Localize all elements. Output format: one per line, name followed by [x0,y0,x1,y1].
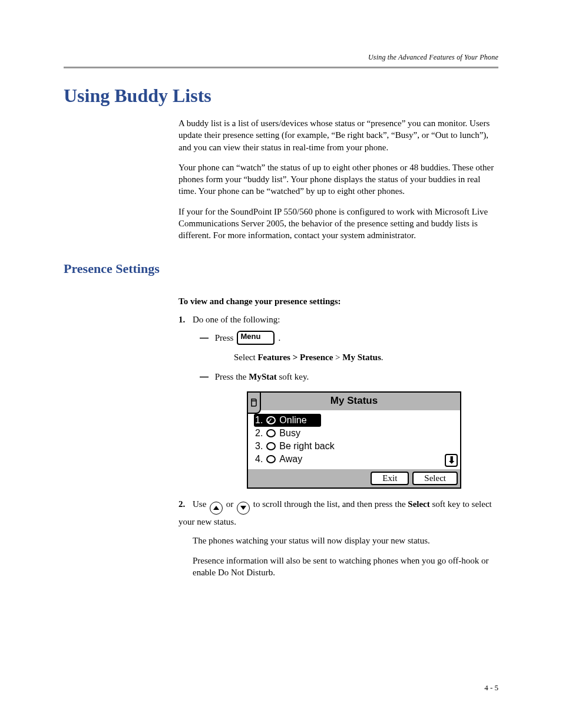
opt-b-prefix: Press the [215,372,249,381]
opt-a-select-path1: Features > Presence [257,353,333,362]
radio-icon [266,442,276,450]
opt-b-suffix: soft key. [277,372,309,381]
step-2-select-bold: Select [408,499,429,509]
phone-screen-title: My Status [248,393,460,410]
arrow-down-icon [237,502,250,515]
menu-key-icon: Menu [237,331,275,345]
opt-a-select-path2: My Status [342,353,381,362]
opt-b-bold: MyStat [249,372,277,381]
status-option-away: 4. Away [254,453,457,466]
opt-num: 1. [255,414,263,427]
page-number: 4 - 5 [484,683,498,693]
status-option-brb: 3. Be right back [254,440,457,453]
opt-num: 4. [255,453,263,466]
header-rule [64,67,498,68]
intro-para-2: Your phone can “watch” the status of up … [178,162,498,197]
softkey-select: Select [412,472,458,485]
heading-presence-settings: Presence Settings [64,261,498,276]
opt-label: Be right back [279,440,334,453]
option-a: — Press Menu . Select Features > Presenc… [200,331,498,364]
step-2-t1: Use [193,499,209,509]
phone-screen-title-text: My Status [330,395,378,406]
dash-marker-icon: — [200,370,213,384]
heading-buddy-lists: Using Buddy Lists [64,85,498,107]
radio-icon [266,455,276,463]
option-a-period: . [278,331,280,345]
status-option-busy: 2. Busy [254,427,457,440]
phone-softkey-row: Exit Select [248,469,460,487]
option-b: — Press the MyStat soft key. [200,370,498,384]
step-2-para-2: The phones watching your status will now… [193,535,498,546]
opt-label: Online [279,414,306,427]
step-2-marker: 2. [178,497,193,511]
option-a-select-line: Select Features > Presence > My Status. [234,351,498,364]
intro-para-3: If your for the SoundPoint IP 550/560 ph… [178,206,498,242]
softkey-exit: Exit [371,472,409,485]
status-option-online: 1. Online [254,414,321,427]
opt-a-select-prefix: Select [234,353,257,362]
radio-checked-icon [266,416,276,424]
step-1-text: Do one of the following: [193,315,280,324]
opt-num: 3. [255,440,263,453]
option-a-press: Press [215,331,234,345]
step-1: 1.Do one of the following: [178,315,498,325]
step-2: 2.Use or to scroll through the list, and… [178,497,498,529]
radio-icon [266,429,276,437]
step-2-para-3: Presence information will also be sent t… [193,555,498,579]
step-2-t2: or [224,499,236,509]
phone-screen-figure: My Status 1. Online 2. Busy 3. [247,391,461,489]
step-1-marker: 1. [178,315,193,325]
opt-num: 2. [255,427,263,440]
dash-marker-icon: — [200,331,213,345]
opt-label: Busy [279,427,300,440]
phone-screen-list: 1. Online 2. Busy 3. Be right back [248,410,460,469]
opt-a-select-mid: > [333,353,342,362]
opt-label: Away [279,453,302,466]
step-2-t3: to scroll through the list, and then pre… [251,499,408,509]
intro-para-1: A buddy list is a list of users/devices … [178,117,498,153]
running-header: Using the Advanced Features of Your Phon… [64,53,498,62]
opt-a-select-suffix: . [381,353,384,362]
procedure-heading: To view and change your presence setting… [178,297,498,307]
scroll-down-icon: ⬇ [445,454,458,467]
arrow-up-icon [210,502,223,515]
